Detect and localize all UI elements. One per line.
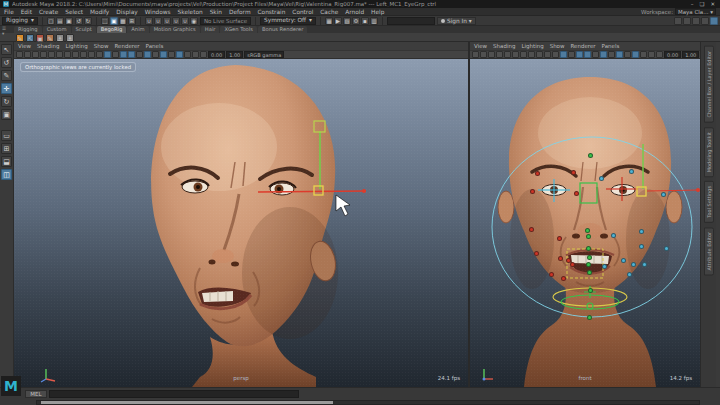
scale-tool[interactable]: ▣ xyxy=(1,109,12,120)
panel-menu-item[interactable]: View xyxy=(18,43,31,49)
redo-icon[interactable]: ↻ xyxy=(84,17,92,25)
facial-rig-curves[interactable] xyxy=(470,59,700,387)
gamma-field[interactable]: 1.00 xyxy=(226,51,243,58)
film-gate-icon[interactable] xyxy=(88,51,95,58)
bookmark-icon[interactable] xyxy=(40,51,47,58)
control-dot-blue[interactable] xyxy=(602,264,607,269)
perspective-layout-icon[interactable] xyxy=(710,17,718,25)
four-pane-layout[interactable]: ⊞ xyxy=(1,143,12,154)
control-dot-blue[interactable] xyxy=(629,169,634,174)
view-transform-dropdown[interactable]: sRGB gamma xyxy=(244,51,284,58)
shelf-tab[interactable]: Sculpt xyxy=(72,26,96,33)
xray-icon[interactable] xyxy=(200,51,207,58)
select-camera-icon[interactable] xyxy=(472,51,479,58)
safe-action-icon[interactable] xyxy=(576,51,583,58)
control-dot-red[interactable] xyxy=(534,251,539,256)
render-view-icon[interactable]: ▦ xyxy=(325,17,333,25)
control-dot-blue[interactable] xyxy=(627,272,632,277)
shelf-tab[interactable]: Rigging xyxy=(14,26,42,33)
lock-camera-icon[interactable] xyxy=(24,51,31,58)
edit-membership-icon[interactable]: ⇱ xyxy=(26,34,34,42)
screen-space-ao-icon[interactable] xyxy=(632,51,639,58)
lock-camera-icon[interactable] xyxy=(480,51,487,58)
shadows-icon[interactable] xyxy=(168,51,175,58)
menu-item[interactable]: Help xyxy=(371,9,384,15)
menu-item[interactable]: Create xyxy=(39,9,58,15)
workspace-selector[interactable]: Workspace: Maya Cla... ▾ xyxy=(641,8,716,15)
oversampling-icon[interactable] xyxy=(64,51,71,58)
panel-menu-item[interactable]: Lighting xyxy=(521,43,543,49)
film-gate-icon[interactable] xyxy=(544,51,551,58)
gate-mask-icon[interactable] xyxy=(104,51,111,58)
playblast-toggle-icon[interactable] xyxy=(692,17,700,25)
control-dot-red[interactable] xyxy=(561,276,566,281)
panel-menu-item[interactable]: View xyxy=(474,43,487,49)
menu-item[interactable]: Skeleton xyxy=(178,9,203,15)
oversampling-icon[interactable] xyxy=(520,51,527,58)
anvil-a-icon[interactable]: ⚓ xyxy=(56,34,64,42)
shelf-tab[interactable]: Anim xyxy=(127,26,148,33)
graph-editor-toggle-icon[interactable] xyxy=(701,17,709,25)
sidebar-tab[interactable]: Channel Box / Layer Editor xyxy=(704,46,714,123)
shelf-tab[interactable]: Bonus Renderer xyxy=(258,26,307,33)
control-dot-red[interactable] xyxy=(571,170,576,175)
menu-item[interactable]: Windows xyxy=(145,9,171,15)
control-dot-blue[interactable] xyxy=(639,229,644,234)
panel-menu-item[interactable]: Shading xyxy=(493,43,515,49)
script-language-button[interactable]: MEL xyxy=(25,390,47,398)
panel-menu-item[interactable]: Lighting xyxy=(65,43,87,49)
control-dot-blue[interactable] xyxy=(611,233,616,238)
panel-menu-item[interactable]: Panels xyxy=(146,43,164,49)
single-pane-layout[interactable]: ▭ xyxy=(1,130,12,141)
safe-action-icon[interactable] xyxy=(120,51,127,58)
gate-mask-icon[interactable] xyxy=(560,51,567,58)
paint-select-tool[interactable]: ✎ xyxy=(1,70,12,81)
panel-menu-item[interactable]: Panels xyxy=(602,43,620,49)
panel-menu-item[interactable]: Shading xyxy=(37,43,59,49)
shelf-tab[interactable]: Motion Graphics xyxy=(150,26,200,33)
grid-icon[interactable] xyxy=(536,51,543,58)
control-dot-blue[interactable] xyxy=(639,244,644,249)
undo-icon[interactable]: ↺ xyxy=(75,17,83,25)
snap-projected-center-icon[interactable]: ∪ xyxy=(172,17,180,25)
menu-item[interactable]: Cache xyxy=(320,9,338,15)
wireframe-icon[interactable] xyxy=(136,51,143,58)
lights-icon[interactable] xyxy=(616,51,623,58)
control-dot-red[interactable] xyxy=(535,171,540,176)
ctrl-upper-lip[interactable] xyxy=(587,255,592,260)
control-dot-red[interactable] xyxy=(558,256,563,261)
control-dot-red[interactable] xyxy=(530,189,535,194)
menu-item[interactable]: Control xyxy=(292,9,313,15)
render-settings-icon[interactable]: ⚙ xyxy=(352,17,360,25)
shaded-icon[interactable] xyxy=(144,51,151,58)
menu-item[interactable]: Deform xyxy=(229,9,251,15)
textured-icon[interactable] xyxy=(608,51,615,58)
menu-item[interactable]: Skin xyxy=(210,9,222,15)
two-d-pan-zoom-icon[interactable] xyxy=(512,51,519,58)
new-scene-icon[interactable]: ▢ xyxy=(47,17,55,25)
panel-menu-item[interactable]: Show xyxy=(550,43,565,49)
panel-menu-item[interactable]: Show xyxy=(94,43,109,49)
front-3d-view[interactable]: front 14.2 fps xyxy=(470,59,700,387)
render-current-frame-icon[interactable]: ▶ xyxy=(334,17,342,25)
make-live-icon[interactable]: ◉ xyxy=(190,17,198,25)
shelf-menu-icon[interactable]: ▾ xyxy=(2,32,6,36)
snap-point-icon[interactable]: ∪ xyxy=(163,17,171,25)
lights-icon[interactable] xyxy=(160,51,167,58)
stacked-pane-layout[interactable]: ⬓ xyxy=(1,156,12,167)
xray-icon[interactable] xyxy=(656,51,663,58)
ctrl-nose-bridge[interactable] xyxy=(585,228,590,233)
control-dot-blue[interactable] xyxy=(661,192,666,197)
rotate-tool[interactable]: ↻ xyxy=(1,96,12,107)
ctrl-mouth-center[interactable] xyxy=(586,262,591,267)
gamma-field[interactable]: 1.00 xyxy=(682,51,699,58)
sidebar-tab[interactable]: Tool Settings xyxy=(704,181,714,223)
camera-attributes-icon[interactable] xyxy=(32,51,39,58)
sidebar-tab[interactable]: Modeling Toolkit xyxy=(704,127,714,177)
ctrl-lower-lip[interactable] xyxy=(587,270,592,275)
select-asset-icon[interactable]: ⊞ xyxy=(128,17,136,25)
image-plane-icon[interactable] xyxy=(48,51,55,58)
hypershade-icon[interactable]: ▪ xyxy=(361,17,369,25)
menu-item[interactable]: File xyxy=(4,9,14,15)
safe-title-icon[interactable] xyxy=(584,51,591,58)
